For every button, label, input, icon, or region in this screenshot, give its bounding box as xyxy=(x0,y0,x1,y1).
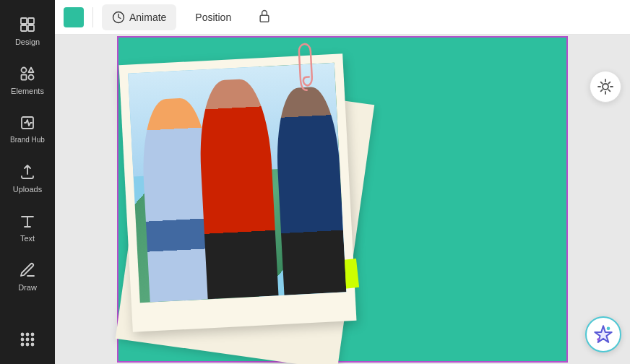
uploads-icon xyxy=(17,162,38,182)
position-label: Position xyxy=(195,12,231,23)
svg-point-12 xyxy=(22,339,24,341)
sidebar-item-brand-hub[interactable]: Brand Hub xyxy=(2,105,53,152)
svg-point-11 xyxy=(32,334,34,336)
sidebar-item-brand-hub-label: Brand Hub xyxy=(10,136,45,144)
position-button[interactable]: Position xyxy=(185,4,241,30)
sidebar: Design Elements Brand Hub xyxy=(0,0,55,364)
animate-icon xyxy=(112,11,125,24)
svg-point-7 xyxy=(29,75,34,80)
svg-point-13 xyxy=(27,339,29,341)
sidebar-item-text[interactable]: Text xyxy=(2,204,53,250)
draw-icon xyxy=(17,260,38,280)
svg-point-21 xyxy=(607,327,610,331)
sidebar-item-uploads-label: Uploads xyxy=(13,185,42,194)
polaroid-main[interactable] xyxy=(119,53,357,332)
animate-button[interactable]: Animate xyxy=(102,4,176,30)
sidebar-item-design-label: Design xyxy=(15,38,40,46)
sidebar-item-elements-label: Elements xyxy=(11,87,44,95)
svg-rect-6 xyxy=(22,75,27,80)
svg-point-4 xyxy=(22,68,27,73)
sidebar-item-design[interactable]: Design xyxy=(2,7,53,53)
toolbar-divider-1 xyxy=(92,7,93,27)
svg-point-22 xyxy=(597,338,600,341)
paperclip xyxy=(295,40,316,92)
svg-point-20 xyxy=(603,84,608,90)
design-icon xyxy=(17,14,38,35)
svg-point-16 xyxy=(27,344,29,346)
main-area: Animate Position xyxy=(55,0,630,364)
design-canvas[interactable] xyxy=(117,36,568,363)
svg-point-10 xyxy=(27,334,29,336)
canvas-area xyxy=(55,35,630,364)
ai-assistant-button[interactable] xyxy=(590,71,621,103)
magic-button[interactable] xyxy=(585,316,621,352)
sidebar-item-draw[interactable]: Draw xyxy=(2,253,53,299)
brand-hub-icon xyxy=(17,113,38,133)
polaroid-photo xyxy=(128,63,346,303)
animate-label: Animate xyxy=(129,12,166,23)
svg-point-9 xyxy=(22,334,24,336)
lock-button[interactable] xyxy=(250,4,279,30)
color-swatch[interactable] xyxy=(64,7,84,27)
toolbar: Animate Position xyxy=(55,0,630,35)
svg-marker-5 xyxy=(29,68,34,73)
svg-point-17 xyxy=(32,344,34,346)
svg-rect-2 xyxy=(21,25,27,31)
text-icon xyxy=(17,211,38,231)
svg-point-14 xyxy=(32,339,34,341)
svg-rect-19 xyxy=(260,15,269,22)
svg-rect-3 xyxy=(28,25,34,31)
svg-point-15 xyxy=(22,344,24,346)
elements-icon xyxy=(17,64,38,84)
more-apps-icon xyxy=(17,329,38,350)
sidebar-item-draw-label: Draw xyxy=(18,283,37,292)
sidebar-item-text-label: Text xyxy=(20,234,35,243)
svg-rect-1 xyxy=(28,18,34,24)
sidebar-item-uploads[interactable]: Uploads xyxy=(2,155,53,201)
svg-rect-0 xyxy=(21,18,27,24)
sidebar-item-elements[interactable]: Elements xyxy=(2,56,53,103)
lock-icon xyxy=(257,9,272,25)
sidebar-item-more[interactable] xyxy=(2,322,53,357)
